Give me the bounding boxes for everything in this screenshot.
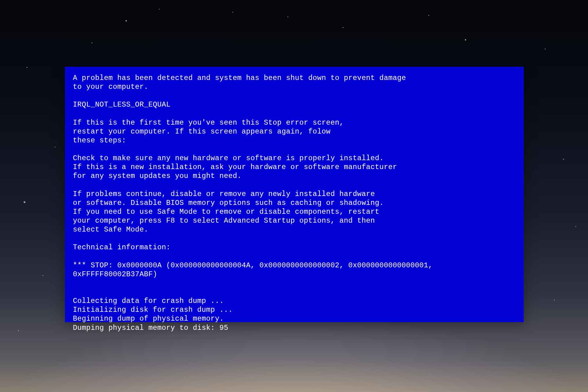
bsod-screen: A problem has been detected and system h… bbox=[65, 67, 524, 322]
bsod-check-hardware: Check to make sure any new hardware or s… bbox=[73, 154, 397, 180]
bsod-first-time-instructions: If this is the first time you've seen th… bbox=[73, 119, 344, 145]
bsod-text-block: A problem has been detected and system h… bbox=[73, 74, 516, 332]
bsod-dump-progress-value: 95 bbox=[220, 324, 228, 332]
bsod-problems-continue: If problems continue, disable or remove … bbox=[73, 190, 384, 234]
bsod-error-name: IRQL_NOT_LESS_OR_EQUAL bbox=[73, 100, 171, 109]
bsod-technical-label: Technical information: bbox=[73, 243, 171, 251]
bsod-dump-beginning: Beginning dump of physical memory. bbox=[73, 315, 224, 323]
bsod-stop-code: *** STOP: 0x0000000A (0x000000000000004A… bbox=[73, 261, 433, 278]
bsod-header: A problem has been detected and system h… bbox=[73, 74, 406, 91]
bsod-dump-collecting: Collecting data for crash dump ... bbox=[73, 297, 224, 305]
bsod-dump-progress-label: Dumping physical memory to disk: bbox=[73, 324, 220, 332]
bsod-dump-initializing: Initializing disk for crash dump ... bbox=[73, 306, 233, 314]
